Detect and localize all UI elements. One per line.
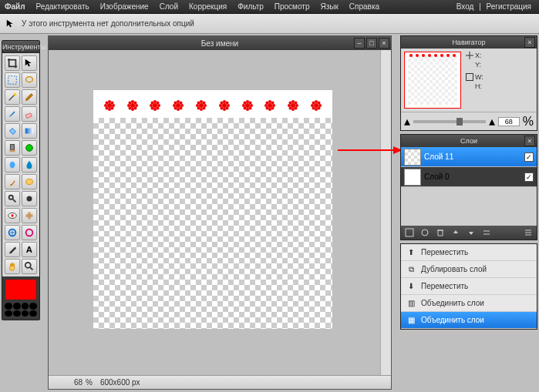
zoom-percent: %: [86, 378, 93, 387]
register-link[interactable]: Регистрация: [487, 2, 531, 11]
pencil-tool[interactable]: [22, 89, 37, 105]
layer-thumbnail[interactable]: [404, 169, 421, 186]
layer-name[interactable]: Слой 0: [424, 173, 521, 181]
ctx-move-up[interactable]: ⬆Переместить: [401, 244, 537, 261]
burn-tool[interactable]: [22, 191, 37, 206]
layer-thumbnail[interactable]: [404, 149, 421, 166]
svg-point-12: [11, 214, 14, 217]
svg-point-75: [246, 108, 249, 111]
menu-image[interactable]: Изображение: [100, 2, 149, 11]
marquee-tool[interactable]: [5, 72, 20, 88]
ctx-flatten[interactable]: ▦Объединить слои: [401, 312, 537, 329]
canvas-viewport[interactable]: [49, 50, 380, 375]
layer-up-button[interactable]: [450, 227, 461, 238]
menu-view[interactable]: Просмотр: [275, 2, 310, 11]
smudge-tool[interactable]: [5, 174, 20, 189]
draw-tool[interactable]: [5, 157, 20, 173]
minimize-button[interactable]: –: [354, 38, 365, 49]
svg-point-63: [203, 107, 206, 110]
navigator-title: Навигатор: [452, 39, 485, 46]
zoom-tool[interactable]: [22, 259, 37, 274]
svg-point-53: [174, 107, 177, 110]
navigator-title-bar[interactable]: Навигатор ×: [401, 36, 537, 49]
ctx-duplicate[interactable]: ⧉Дублировать слой: [401, 261, 537, 278]
new-layer-button[interactable]: [404, 227, 415, 238]
close-button[interactable]: ×: [379, 38, 389, 49]
vertical-scrollbar[interactable]: [380, 50, 391, 375]
document-title-bar[interactable]: Без имени – □ ×: [49, 36, 391, 50]
bloat-tool[interactable]: [5, 225, 20, 240]
clone-tool[interactable]: [5, 140, 20, 156]
svg-point-77: [250, 104, 253, 107]
menu-adjust[interactable]: Коррекция: [189, 2, 227, 11]
svg-point-62: [197, 107, 200, 110]
menu-lang[interactable]: Язык: [320, 2, 338, 11]
layer-name[interactable]: Слой 11: [424, 152, 521, 161]
svg-point-2: [14, 93, 17, 96]
zoom-out-icon[interactable]: ▴: [404, 114, 410, 129]
layer-down-button[interactable]: [466, 227, 477, 238]
menu-edit[interactable]: Редактировать: [36, 2, 89, 11]
replace-color-tool[interactable]: [22, 140, 37, 156]
menu-filter[interactable]: Фильтр: [237, 2, 264, 11]
svg-point-78: [243, 102, 246, 105]
merge-button[interactable]: [481, 227, 492, 238]
zoom-value[interactable]: 68: [52, 378, 83, 387]
navigator-thumbnail[interactable]: [404, 52, 461, 109]
delete-layer-button[interactable]: [435, 227, 446, 238]
layer-mask-button[interactable]: [419, 227, 430, 238]
move-tool[interactable]: [22, 55, 37, 71]
brush-tool[interactable]: [5, 106, 20, 122]
pinch-tool[interactable]: [22, 225, 37, 240]
layers-close-button[interactable]: ×: [524, 136, 535, 146]
type-tool[interactable]: A: [22, 242, 37, 257]
ctx-move-down[interactable]: ⬇Переместить: [401, 278, 537, 295]
crop-tool[interactable]: [5, 55, 20, 71]
layer-visibility-toggle[interactable]: [524, 152, 534, 162]
layers-settings-button[interactable]: [523, 227, 534, 238]
svg-point-76: [242, 104, 245, 107]
canvas[interactable]: [93, 90, 332, 329]
layer-row[interactable]: Слой 11: [401, 147, 537, 167]
sponge-tool[interactable]: [22, 174, 37, 189]
login-link[interactable]: Вход: [456, 2, 474, 11]
eraser-tool[interactable]: [22, 106, 37, 122]
menu-file[interactable]: Файл: [5, 2, 25, 11]
svg-point-30: [131, 108, 134, 111]
lasso-tool[interactable]: [22, 72, 37, 88]
flatten-icon: ▦: [406, 315, 416, 326]
wand-tool[interactable]: [5, 89, 20, 105]
menu-help[interactable]: Справка: [349, 2, 379, 11]
dodge-tool[interactable]: [5, 191, 20, 206]
color-swatches[interactable]: [5, 303, 37, 317]
layer-row[interactable]: Слой 0: [401, 167, 537, 187]
svg-point-18: [25, 263, 31, 268]
layers-title-bar[interactable]: Слои ×: [401, 135, 537, 147]
maximize-button[interactable]: □: [366, 38, 377, 49]
redeye-tool[interactable]: [5, 208, 20, 223]
bounds-icon: [466, 73, 473, 81]
zoom-in-icon[interactable]: ▴: [489, 114, 495, 129]
hand-tool[interactable]: [5, 259, 20, 274]
navigator-zoom-slider[interactable]: ▴ ▴ 68 %: [401, 112, 537, 130]
svg-point-70: [225, 102, 228, 105]
blur-tool[interactable]: [22, 157, 37, 173]
foreground-color[interactable]: [5, 279, 37, 300]
menu-layer[interactable]: Слой: [160, 2, 178, 11]
bucket-tool[interactable]: [5, 123, 20, 139]
navigator-zoom-value[interactable]: 68: [498, 117, 520, 126]
gradient-tool[interactable]: [22, 123, 37, 139]
svg-point-92: [291, 100, 295, 103]
menubar: Файл Редактировать Изображение Слой Корр…: [0, 0, 539, 14]
svg-point-43: [157, 102, 160, 105]
svg-point-9: [9, 196, 13, 199]
svg-point-58: [196, 104, 199, 107]
svg-point-29: [131, 100, 134, 103]
ctx-merge-down[interactable]: ▥Объединить слои: [401, 295, 537, 312]
layer-visibility-toggle[interactable]: [524, 173, 534, 182]
eyedropper-tool[interactable]: [5, 242, 20, 257]
spot-heal-tool[interactable]: [22, 208, 37, 223]
navigator-close-button[interactable]: ×: [524, 37, 535, 48]
duplicate-icon: ⧉: [406, 264, 416, 275]
svg-point-24: [105, 102, 108, 105]
